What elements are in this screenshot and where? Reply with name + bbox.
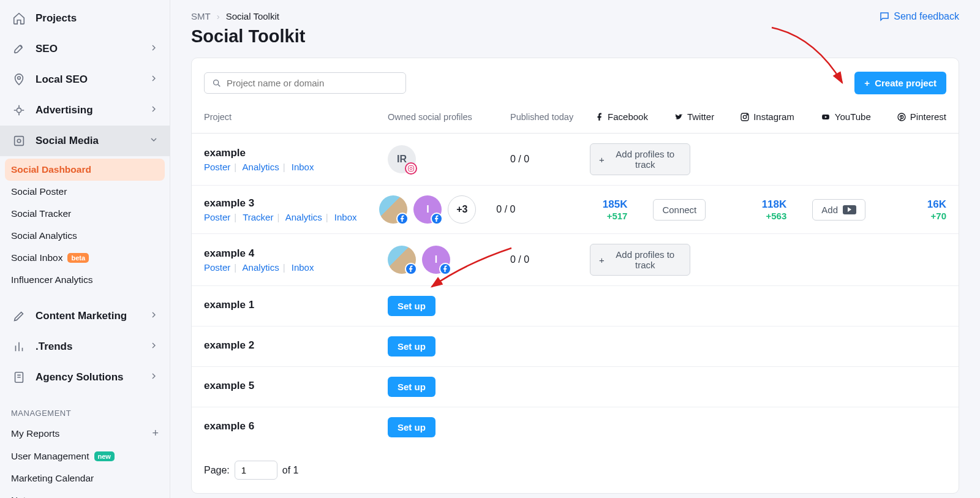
th-profiles: Owned social profiles	[388, 112, 510, 122]
table-row: example 6 Set up	[192, 407, 959, 447]
plus-icon: +	[864, 78, 870, 88]
published-count: 0 / 0	[510, 154, 590, 165]
th-project: Project	[204, 112, 388, 122]
page-title: Social Toolkit	[191, 26, 959, 47]
plus-icon[interactable]: +	[152, 427, 159, 440]
setup-button[interactable]: Set up	[388, 336, 435, 357]
mgmt-notes[interactable]: Notes	[0, 489, 170, 498]
th-pinterest: Pinterest	[897, 111, 946, 122]
th-facebook: Facebook	[595, 111, 648, 122]
project-name[interactable]: example 4	[204, 247, 388, 260]
send-feedback-link[interactable]: Send feedback	[879, 11, 959, 22]
nav-seo[interactable]: SEO	[0, 34, 170, 64]
nav-advertising[interactable]: Advertising	[0, 95, 170, 126]
project-name[interactable]: example 1	[204, 299, 388, 311]
link-analytics[interactable]: Analytics	[243, 262, 279, 273]
th-instagram: Instagram	[740, 111, 794, 122]
breadcrumb-current: Social Toolkit	[226, 11, 279, 21]
th-twitter: Twitter	[674, 111, 714, 122]
more-avatars[interactable]: +3	[448, 195, 476, 224]
published-count: 0 / 0	[510, 254, 590, 265]
pager-input[interactable]	[235, 461, 277, 480]
breadcrumb-root[interactable]: SMT	[191, 11, 211, 21]
nav-agency[interactable]: Agency Solutions	[0, 362, 170, 393]
nav-label: Projects	[36, 12, 77, 25]
mgmt-calendar[interactable]: Marketing Calendar	[0, 467, 170, 489]
project-name[interactable]: example 5	[204, 380, 388, 392]
facebook-icon	[396, 213, 409, 225]
svg-point-0	[18, 77, 21, 80]
project-links: Poster| Tracker| Analytics| Inbox	[204, 212, 379, 222]
table-header: Project Owned social profiles Published …	[192, 105, 959, 134]
setup-button[interactable]: Set up	[388, 417, 435, 437]
subnav-influencer[interactable]: Influencer Analytics	[0, 269, 170, 291]
search-icon	[212, 78, 222, 88]
pager-label: Page:	[204, 465, 230, 476]
chevron-down-icon	[149, 135, 159, 148]
table-row: example 5 Set up	[192, 367, 959, 407]
project-name[interactable]: example 3	[204, 197, 379, 209]
mgmt-my-reports[interactable]: My Reports+	[0, 421, 170, 445]
project-name[interactable]: example 2	[204, 339, 388, 352]
instagram-cell: 118K+563	[731, 198, 786, 221]
setup-button[interactable]: Set up	[388, 296, 435, 316]
subnav: Social Dashboard Social Poster Social Tr…	[0, 156, 170, 293]
svg-point-12	[410, 167, 412, 170]
connect-twitter-button[interactable]: Connect	[653, 199, 706, 221]
avatar[interactable]: I	[422, 246, 450, 274]
project-name[interactable]: example 6	[204, 420, 388, 432]
pencil-icon	[11, 308, 27, 324]
chevron-right-icon	[149, 371, 159, 384]
projects-card: + Create project Project Owned social pr…	[191, 58, 959, 494]
setup-button[interactable]: Set up	[388, 377, 435, 397]
chat-icon	[879, 11, 890, 22]
link-inbox[interactable]: Inbox	[292, 162, 314, 172]
table-row: example 2 Set up	[192, 326, 959, 367]
badge-beta: beta	[67, 253, 89, 263]
main: SMT › Social Toolkit Send feedback Socia…	[170, 0, 980, 498]
subnav-dashboard[interactable]: Social Dashboard	[5, 159, 165, 181]
nav-social-media[interactable]: Social Media	[0, 126, 170, 156]
subnav-poster[interactable]: Social Poster	[0, 181, 170, 203]
avatar[interactable]	[379, 195, 407, 224]
nav-label: Social Media	[36, 135, 99, 147]
add-profiles-button[interactable]: +Add profiles to track	[590, 143, 690, 175]
link-poster[interactable]: Poster	[204, 262, 230, 273]
facebook-icon	[595, 113, 604, 121]
home-icon	[11, 10, 27, 26]
subnav-inbox[interactable]: Social Inboxbeta	[0, 247, 170, 269]
nav-content-marketing[interactable]: Content Marketing	[0, 301, 170, 331]
link-poster[interactable]: Poster	[204, 212, 230, 222]
mgmt-user-management[interactable]: User Managementnew	[0, 445, 170, 467]
link-analytics[interactable]: Analytics	[243, 162, 279, 172]
add-profiles-button[interactable]: +Add profiles to track	[590, 244, 690, 276]
nav-local-seo[interactable]: Local SEO	[0, 64, 170, 95]
avatar[interactable]: I	[413, 195, 442, 224]
nav-label: Local SEO	[36, 74, 88, 86]
search-input[interactable]	[204, 72, 406, 94]
link-inbox[interactable]: Inbox	[334, 212, 357, 222]
table-row: example 4 Poster| Analytics| Inbox I 0 /…	[192, 234, 959, 286]
project-name[interactable]: example	[204, 147, 388, 159]
link-poster[interactable]: Poster	[204, 162, 230, 172]
pin-icon	[11, 72, 27, 88]
avatar[interactable]	[388, 246, 416, 274]
svg-point-8	[747, 114, 747, 115]
nav-trends[interactable]: .Trends	[0, 331, 170, 362]
th-youtube: YouTube	[820, 111, 871, 122]
social-icon	[11, 133, 27, 149]
search-field[interactable]	[227, 78, 398, 88]
subnav-tracker[interactable]: Social Tracker	[0, 203, 170, 225]
add-youtube-button[interactable]: Add	[812, 199, 865, 221]
link-analytics[interactable]: Analytics	[285, 212, 322, 222]
chevron-right-icon	[149, 104, 159, 117]
link-inbox[interactable]: Inbox	[292, 262, 314, 273]
svg-point-5	[214, 80, 219, 85]
link-tracker[interactable]: Tracker	[243, 212, 273, 222]
nav-projects[interactable]: Projects	[0, 3, 170, 34]
avatar[interactable]: IR	[388, 145, 416, 173]
svg-point-1	[17, 108, 21, 112]
th-networks: Facebook Twitter Instagram YouTube Pinte…	[590, 111, 946, 122]
create-project-button[interactable]: + Create project	[854, 72, 946, 94]
subnav-analytics[interactable]: Social Analytics	[0, 225, 170, 247]
